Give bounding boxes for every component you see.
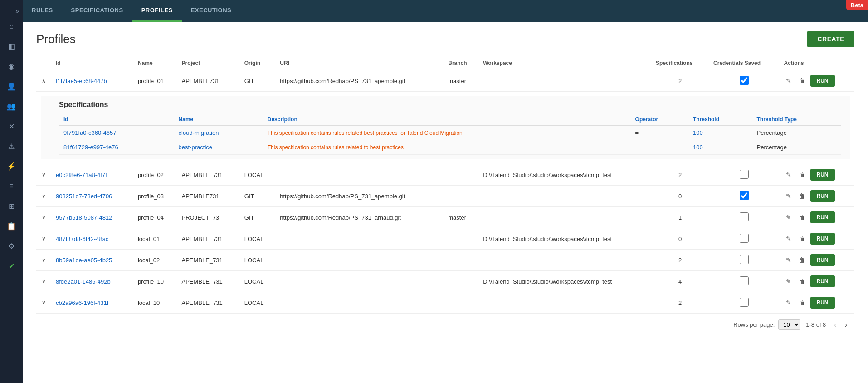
run-btn[interactable]: RUN xyxy=(810,211,835,223)
row-credentials[interactable] xyxy=(709,207,779,228)
edit-btn[interactable]: ✎ xyxy=(784,170,793,179)
delete-btn[interactable]: 🗑 xyxy=(797,192,807,201)
delete-btn[interactable]: 🗑 xyxy=(797,277,807,286)
run-btn[interactable]: RUN xyxy=(810,254,835,266)
credentials-checkbox[interactable] xyxy=(740,298,749,307)
document-icon[interactable]: ◧ xyxy=(3,38,20,54)
edit-btn[interactable]: ✎ xyxy=(784,234,793,243)
row-workspace xyxy=(478,250,651,271)
delete-btn[interactable]: 🗑 xyxy=(797,170,807,179)
top-nav: RULES SPECIFICATIONS PROFILES EXECUTIONS… xyxy=(23,0,868,22)
expand-row-btn[interactable]: ∨ xyxy=(41,192,47,200)
row-actions: ✎ 🗑 RUN xyxy=(780,228,855,250)
people-icon[interactable]: 👥 xyxy=(3,98,20,114)
row-uri xyxy=(275,292,444,314)
prev-page-btn[interactable]: ‹ xyxy=(831,320,839,330)
grid-icon[interactable]: ⊞ xyxy=(3,198,20,214)
row-credentials[interactable] xyxy=(709,70,779,92)
edit-btn[interactable]: ✎ xyxy=(784,277,793,286)
edit-btn[interactable]: ✎ xyxy=(784,213,793,222)
row-uri: https://github.com/Redhab/PS_731_apemble… xyxy=(275,70,444,92)
user-icon[interactable]: 👤 xyxy=(3,78,20,94)
nav-specifications[interactable]: SPECIFICATIONS xyxy=(62,0,132,22)
next-page-btn[interactable]: › xyxy=(842,320,850,330)
row-project: APEMBLE_731 xyxy=(177,271,240,292)
nav-executions[interactable]: EXECUTIONS xyxy=(182,0,241,22)
row-id: 8b59a1de-ae05-4b25 xyxy=(51,250,133,271)
run-btn[interactable]: RUN xyxy=(810,297,835,309)
expand-row-btn[interactable]: ∨ xyxy=(41,256,47,264)
row-credentials[interactable] xyxy=(709,271,779,292)
check-icon[interactable]: ✔ xyxy=(3,258,20,274)
expand-row-btn[interactable]: ∨ xyxy=(41,299,47,307)
edit-btn[interactable]: ✎ xyxy=(784,298,793,307)
create-button[interactable]: CREATE xyxy=(807,31,854,47)
credentials-checkbox[interactable] xyxy=(740,255,749,264)
row-workspace: D:\\Talend_Studio\\studio\\workspaces\\t… xyxy=(478,164,651,186)
spec-name[interactable]: best-practice xyxy=(174,140,263,155)
spec-threshold-type: Percentage xyxy=(752,140,841,155)
row-credentials[interactable] xyxy=(709,250,779,271)
row-id: e0c2f8e6-71a8-4f7f xyxy=(51,164,133,186)
credentials-checkbox[interactable] xyxy=(740,191,749,200)
table-row: ∨ cb2a96a6-196f-431f local_10 APEMBLE_73… xyxy=(36,292,854,314)
run-btn[interactable]: RUN xyxy=(810,75,835,87)
credentials-checkbox[interactable] xyxy=(740,276,749,285)
run-btn[interactable]: RUN xyxy=(810,275,835,287)
delete-btn[interactable]: 🗑 xyxy=(797,76,807,85)
specs-table: Id Name Description Operator Threshold T… xyxy=(59,113,841,155)
nav-rules[interactable]: RULES xyxy=(23,0,62,22)
edit-btn[interactable]: ✎ xyxy=(784,255,793,265)
run-btn[interactable]: RUN xyxy=(810,169,835,181)
table-row: ∨ 9577b518-5087-4812 profile_04 PROJECT_… xyxy=(36,207,854,228)
alert-icon[interactable]: ⚠ xyxy=(3,138,20,154)
col-expand xyxy=(36,56,51,70)
row-specs: 0 xyxy=(651,228,709,250)
row-specs: 1 xyxy=(651,207,709,228)
run-btn[interactable]: RUN xyxy=(810,190,835,202)
sidebar-expand-btn[interactable]: » xyxy=(0,5,23,15)
row-branch xyxy=(444,228,478,250)
row-project: APEMBLE731 xyxy=(177,186,240,207)
row-credentials[interactable] xyxy=(709,292,779,314)
expand-row-btn[interactable]: ∨ xyxy=(41,171,47,179)
expand-row-btn[interactable]: ∨ xyxy=(41,235,47,243)
col-id: Id xyxy=(51,56,133,70)
delete-btn[interactable]: 🗑 xyxy=(797,255,807,265)
col-origin: Origin xyxy=(240,56,275,70)
expand-row-btn[interactable]: ∨ xyxy=(41,277,47,285)
spec-row: 81f61729-e997-4e76 best-practice This sp… xyxy=(59,140,841,155)
credentials-checkbox[interactable] xyxy=(740,234,749,243)
edit-btn[interactable]: ✎ xyxy=(784,76,793,85)
page-title: Profiles xyxy=(36,32,76,46)
credentials-checkbox[interactable] xyxy=(740,76,749,85)
table-footer: Rows per page: 10 25 50 1-8 of 8 ‹ › xyxy=(36,314,854,335)
chart-icon[interactable]: ≡ xyxy=(3,178,20,194)
globe-icon[interactable]: ◉ xyxy=(3,58,20,74)
spec-description: This specification contains rules relate… xyxy=(263,140,631,155)
home-icon[interactable]: ⌂ xyxy=(3,18,20,34)
spec-name[interactable]: cloud-migration xyxy=(174,126,263,140)
tools-icon[interactable]: ✕ xyxy=(3,118,20,134)
delete-btn[interactable]: 🗑 xyxy=(797,298,807,307)
lightning-icon[interactable]: ⚡ xyxy=(3,158,20,174)
nav-profiles[interactable]: PROFILES xyxy=(132,0,182,22)
run-btn[interactable]: RUN xyxy=(810,233,835,245)
credentials-checkbox[interactable] xyxy=(740,170,749,179)
sidebar: » ⌂ ◧ ◉ 👤 👥 ✕ ⚠ ⚡ ≡ ⊞ 📋 ⚙ ✔ xyxy=(0,0,23,383)
row-credentials[interactable] xyxy=(709,228,779,250)
delete-btn[interactable]: 🗑 xyxy=(797,213,807,222)
settings-icon[interactable]: ⚙ xyxy=(3,238,20,254)
rows-per-page-select[interactable]: 10 25 50 xyxy=(778,319,800,330)
expand-row-btn[interactable]: ∧ xyxy=(41,77,47,85)
report-icon[interactable]: 📋 xyxy=(3,218,20,234)
row-id: cb2a96a6-196f-431f xyxy=(51,292,133,314)
row-credentials[interactable] xyxy=(709,186,779,207)
row-credentials[interactable] xyxy=(709,164,779,186)
spec-description: This specification contains rules relate… xyxy=(263,126,631,140)
edit-btn[interactable]: ✎ xyxy=(784,192,793,201)
delete-btn[interactable]: 🗑 xyxy=(797,234,807,243)
credentials-checkbox[interactable] xyxy=(740,212,749,221)
expand-row-btn[interactable]: ∨ xyxy=(41,213,47,221)
spec-col-name: Name xyxy=(174,113,263,126)
